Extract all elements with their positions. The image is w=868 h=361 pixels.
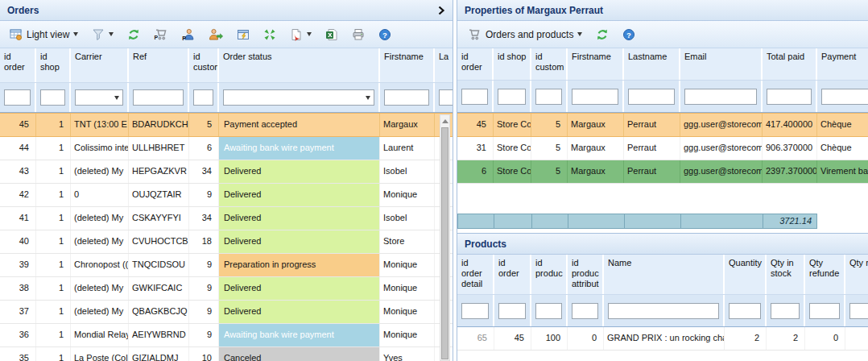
filter-input-qty-returned[interactable] (849, 303, 868, 319)
cell-id-shop[interactable]: 1 (36, 301, 71, 323)
filter-input-id-order[interactable] (4, 89, 31, 106)
cell-id-shop[interactable]: 1 (36, 207, 71, 230)
cell-carrier[interactable]: TNT (13:00 E (71, 114, 129, 136)
filter-button[interactable] (90, 27, 115, 42)
cell-ref[interactable]: ULLHBHRET (129, 137, 189, 160)
cell-id-shop[interactable]: 1 (36, 160, 71, 183)
order-row[interactable]: 37 1 (deleted) My QBAGKBCJQ 9 Delivered … (0, 301, 453, 324)
cell-carrier[interactable]: (deleted) My (71, 277, 129, 300)
column-header-qty-returned[interactable]: Qty retu (845, 255, 868, 294)
cell-qty-returned[interactable] (845, 327, 868, 350)
column-header-firstname[interactable]: Firstname (380, 48, 435, 82)
cell-payment[interactable]: Chèque (817, 137, 868, 160)
filter-input-id-shop[interactable] (40, 89, 65, 106)
cell-order-status[interactable]: Preparation in progress (219, 254, 380, 276)
cell-id-order[interactable]: 44 (0, 137, 36, 160)
column-header-id-customer[interactable]: id custom (531, 48, 568, 80)
cell-quantity[interactable]: 2 (725, 327, 767, 350)
cell-order-status[interactable]: Delivered (219, 230, 380, 253)
cell-order-status[interactable]: Awaiting bank wire payment (219, 137, 380, 160)
cell-ref[interactable]: GWKIFCAIC (129, 277, 189, 300)
cell-carrier[interactable]: 0 (71, 184, 129, 206)
cell-firstname[interactable]: Yves (380, 347, 435, 361)
view-selector-button[interactable]: Orders and products (465, 27, 584, 42)
orders-cart-button[interactable]: P (152, 27, 170, 42)
order-row[interactable]: 42 1 0 OUJQZTAIR 9 Delivered Monique (0, 184, 453, 207)
column-header-qty-refunded[interactable]: Qty refunde (805, 255, 845, 294)
cell-firstname[interactable]: Isobel (380, 207, 435, 230)
cell-email[interactable]: ggg.user@storecom (680, 114, 763, 136)
column-header-qty-in-stock[interactable]: Qty in stock (767, 255, 805, 294)
cell-email[interactable]: ggg.user@storecom (680, 160, 763, 183)
cell-carrier[interactable]: (deleted) My (71, 230, 129, 253)
fit-columns-button[interactable] (262, 27, 278, 42)
export-pdf-button[interactable] (288, 27, 313, 42)
help-button[interactable]: ? (377, 27, 393, 42)
filter-input-name[interactable] (608, 303, 719, 319)
cell-id-customer[interactable]: 10 (189, 347, 219, 361)
filter-input-ref[interactable] (133, 89, 184, 106)
print-button[interactable] (350, 27, 366, 42)
filter-input-total-paid[interactable] (767, 89, 812, 105)
cell-id-shop[interactable]: Store Co (494, 160, 531, 183)
cell-ref[interactable]: CVUHOCTCB (129, 230, 189, 253)
column-header-firstname[interactable]: Firstname (568, 48, 624, 80)
cell-id-order[interactable]: 42 (0, 184, 36, 206)
cell-carrier[interactable]: La Poste (Coli (71, 347, 129, 361)
cell-ref[interactable]: QBAGKBCJQ (129, 301, 189, 323)
column-header-id-shop[interactable]: id shop (494, 48, 531, 80)
cell-id-customer[interactable]: 34 (189, 160, 219, 183)
cell-firstname[interactable]: Margaux (568, 160, 624, 183)
column-header-payment[interactable]: Payment (817, 48, 868, 80)
cell-firstname[interactable]: Laurent (380, 137, 435, 160)
cell-id-order[interactable]: 39 (0, 254, 36, 276)
column-header-id-shop[interactable]: id shop (36, 48, 71, 82)
scroll-up-arrow-icon[interactable] (440, 115, 449, 127)
cell-order-status[interactable]: Delivered (219, 184, 380, 206)
filter-input-id-product[interactable] (535, 303, 562, 319)
cell-id-shop[interactable]: Store Co (494, 114, 531, 136)
cell-carrier[interactable]: (deleted) My (71, 207, 129, 230)
order-row[interactable]: 41 1 (deleted) My CSKAYYFYI 34 Delivered… (0, 207, 453, 230)
column-header-lastname[interactable]: La (435, 48, 453, 82)
column-header-order-status[interactable]: Order status (219, 48, 380, 82)
order-row[interactable]: 44 1 Colissimo inte ULLHBHRET 6 Awaiting… (0, 137, 453, 160)
filter-input-id-shop[interactable] (498, 89, 526, 105)
cell-id-customer[interactable]: 5 (531, 114, 568, 136)
refresh-button[interactable] (126, 27, 142, 42)
cell-total-paid[interactable]: 2397.370000 (763, 160, 817, 183)
filter-dropdown-payment[interactable] (821, 89, 868, 105)
cell-carrier[interactable]: Chronopost (( (71, 254, 129, 276)
cell-id-customer[interactable]: 5 (189, 114, 219, 136)
order-row[interactable]: 38 1 (deleted) My GWKIFCAIC 9 Delivered … (0, 277, 453, 301)
column-header-id-order-detail[interactable]: id order detail (457, 255, 494, 294)
column-header-id-order[interactable]: id order (0, 48, 36, 82)
cell-lastname[interactable]: Perraut (624, 137, 680, 160)
cell-id-shop[interactable]: 1 (36, 184, 71, 206)
cell-order-status[interactable]: Delivered (219, 160, 380, 183)
filter-input-id-order[interactable] (498, 303, 526, 319)
cell-ref[interactable]: BDARUDKCH (129, 114, 189, 136)
filter-dropdown-order-status[interactable] (223, 89, 374, 106)
cell-id-shop[interactable]: 1 (36, 254, 71, 276)
filter-input-lastname[interactable] (439, 89, 453, 106)
cell-id-order[interactable]: 35 (0, 347, 36, 361)
cell-lastname[interactable]: Perraut (624, 160, 680, 183)
cell-firstname[interactable]: Margaux (568, 137, 624, 160)
cell-order-status[interactable]: Delivered (219, 277, 380, 300)
cell-id-order[interactable]: 31 (457, 137, 494, 160)
cell-firstname[interactable]: Store (380, 230, 435, 253)
cell-firstname[interactable]: Monique (380, 184, 435, 206)
cell-ref[interactable]: TNQCIDSOU (129, 254, 189, 276)
cell-order-status[interactable]: Payment accepted (219, 114, 380, 136)
cell-name[interactable]: GRAND PRIX : un rocking cha (604, 327, 725, 350)
filter-input-qty-refunded[interactable] (809, 303, 840, 319)
export-excel-button[interactable] (324, 27, 340, 42)
customer-button[interactable]: P (180, 27, 196, 42)
refresh-button[interactable] (594, 27, 610, 42)
filter-input-lastname[interactable] (628, 89, 675, 105)
cell-ref[interactable]: HEPGAZKVR (129, 160, 189, 183)
cell-id-customer[interactable]: 9 (189, 324, 219, 346)
column-header-lastname[interactable]: Lastname (624, 48, 680, 80)
cell-id-order[interactable]: 45 (457, 114, 494, 136)
